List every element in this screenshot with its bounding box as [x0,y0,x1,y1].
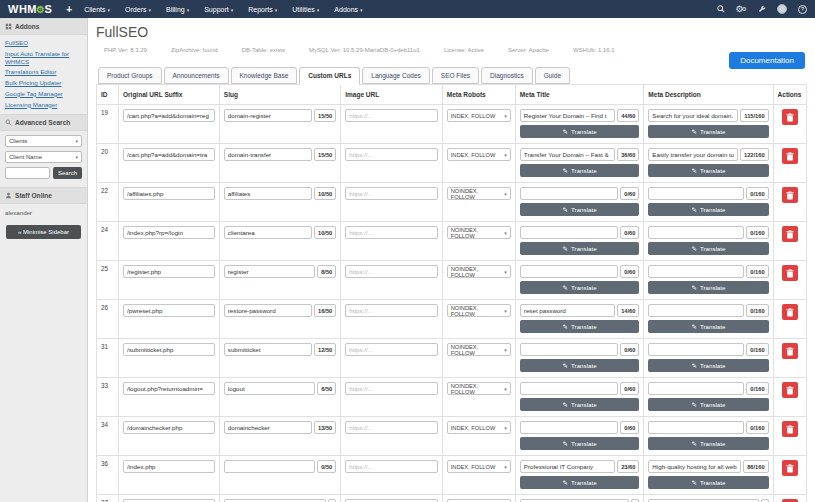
sidebar-addon-link[interactable]: Input Auto Translate for WHMCS [5,50,82,66]
meta-description-input[interactable] [648,421,744,434]
sidebar-addon-link[interactable]: Translations Editor [5,68,82,76]
translate-description-button[interactable]: ✎ Translate [648,476,768,489]
menu-support[interactable]: Support▾ [204,6,233,13]
sidebar-addon-link[interactable]: FullSEO [5,39,82,47]
translate-title-button[interactable]: ✎ Translate [520,437,640,450]
slug-input[interactable] [224,304,312,317]
tab-diagnostics[interactable]: Diagnostics [481,67,533,84]
url-suffix-input[interactable] [123,109,215,122]
translate-description-button[interactable]: ✎ Translate [648,320,768,333]
delete-row-button[interactable] [782,304,798,320]
url-suffix-input[interactable] [123,304,215,317]
translate-title-button[interactable]: ✎ Translate [520,203,640,216]
sidebar-addon-link[interactable]: Bulk Pricing Updater [5,79,82,87]
minimise-sidebar-button[interactable]: « Minimise Sidebar [6,225,81,239]
url-suffix-input[interactable] [123,148,215,161]
meta-robots-select[interactable]: INDEX, FOLLOW ▾ [447,109,511,122]
url-suffix-input[interactable] [123,343,215,356]
translate-title-button[interactable]: ✎ Translate [520,242,640,255]
search-field-select[interactable]: Client Name ▾ [5,151,82,163]
sidebar-search-input[interactable] [5,167,50,179]
help-icon[interactable]: ? [798,5,807,14]
translate-title-button[interactable]: ✎ Translate [520,320,640,333]
menu-utilities[interactable]: Utilities▾ [292,6,319,13]
tab-announcements[interactable]: Announcements [164,67,229,84]
meta-title-input[interactable] [520,382,618,395]
meta-description-input[interactable] [648,460,741,473]
translate-description-button[interactable]: ✎ Translate [648,281,768,294]
meta-description-input[interactable] [648,148,738,161]
translate-description-button[interactable]: ✎ Translate [648,164,768,177]
quick-add-button[interactable]: + [66,4,72,15]
slug-input[interactable] [224,109,312,122]
meta-title-input[interactable] [520,226,618,239]
translate-description-button[interactable]: ✎ Translate [648,398,768,411]
meta-title-input[interactable] [520,304,615,317]
meta-description-input[interactable] [648,304,744,317]
delete-row-button[interactable] [782,460,798,476]
automation-cogs-icon[interactable]: ⚙⚙ [736,5,747,14]
delete-row-button[interactable] [782,343,798,359]
slug-input[interactable] [224,148,312,161]
meta-robots-select[interactable]: INDEX, FOLLOW ▾ [447,460,511,473]
translate-title-button[interactable]: ✎ Translate [520,281,640,294]
image-url-input[interactable] [345,460,438,473]
slug-input[interactable] [224,382,315,395]
translate-description-button[interactable]: ✎ Translate [648,203,768,216]
whmcs-logo[interactable]: WHM⚙S [8,3,52,15]
meta-description-input[interactable] [648,265,744,278]
image-url-input[interactable] [345,304,438,317]
sidebar-addon-link[interactable]: Licensing Manager [5,101,82,109]
translate-title-button[interactable]: ✎ Translate [520,359,640,372]
meta-robots-select[interactable]: INDEX, FOLLOW ▾ [447,421,511,434]
translate-description-button[interactable]: ✎ Translate [648,437,768,450]
menu-orders[interactable]: Orders▾ [125,6,151,13]
slug-input[interactable] [224,187,312,200]
slug-input[interactable] [224,226,312,239]
meta-description-input[interactable] [648,226,744,239]
user-avatar[interactable] [777,4,787,14]
image-url-input[interactable] [345,187,438,200]
tab-product-groups[interactable]: Product Groups [98,67,162,84]
translate-title-button[interactable]: ✎ Translate [520,476,640,489]
meta-robots-select[interactable]: INDEX, FOLLOW ▾ [447,148,511,161]
meta-robots-select[interactable]: NOINDEX, FOLLOW ▾ [447,226,511,239]
url-suffix-input[interactable] [123,460,215,473]
meta-title-input[interactable] [520,460,615,473]
image-url-input[interactable] [345,265,438,278]
meta-title-input[interactable] [520,343,618,356]
image-url-input[interactable] [345,226,438,239]
delete-row-button[interactable] [782,421,798,437]
slug-input[interactable] [224,421,312,434]
search-type-select[interactable]: Clients ▾ [5,135,82,147]
translate-description-button[interactable]: ✎ Translate [648,242,768,255]
tab-custom-urls[interactable]: Custom URLs [299,67,360,85]
image-url-input[interactable] [345,421,438,434]
menu-reports[interactable]: Reports▾ [248,6,277,13]
meta-description-input[interactable] [648,382,744,395]
meta-title-input[interactable] [520,265,618,278]
delete-row-button[interactable] [782,226,798,242]
meta-robots-select[interactable]: NOINDEX, FOLLOW ▾ [447,304,511,317]
wrench-icon[interactable] [758,5,766,13]
delete-row-button[interactable] [782,148,798,164]
menu-billing[interactable]: Billing▾ [166,6,189,13]
sidebar-search-button[interactable]: Search [53,167,82,179]
menu-clients[interactable]: Clients▾ [84,6,110,13]
sidebar-addon-link[interactable]: Google Tag Manager [5,90,82,98]
search-icon[interactable] [717,5,725,13]
slug-input[interactable] [224,343,312,356]
translate-title-button[interactable]: ✎ Translate [520,398,640,411]
url-suffix-input[interactable] [123,421,215,434]
image-url-input[interactable] [345,382,438,395]
delete-row-button[interactable] [782,265,798,281]
translate-title-button[interactable]: ✎ Translate [520,125,640,138]
image-url-input[interactable] [345,109,438,122]
meta-description-input[interactable] [648,109,738,122]
translate-title-button[interactable]: ✎ Translate [520,164,640,177]
translate-description-button[interactable]: ✎ Translate [648,125,768,138]
meta-robots-select[interactable]: NOINDEX, FOLLOW ▾ [447,343,511,356]
meta-robots-select[interactable]: NOINDEX, FOLLOW ▾ [447,265,511,278]
url-suffix-input[interactable] [123,382,215,395]
tab-guide[interactable]: Guide [535,67,570,84]
